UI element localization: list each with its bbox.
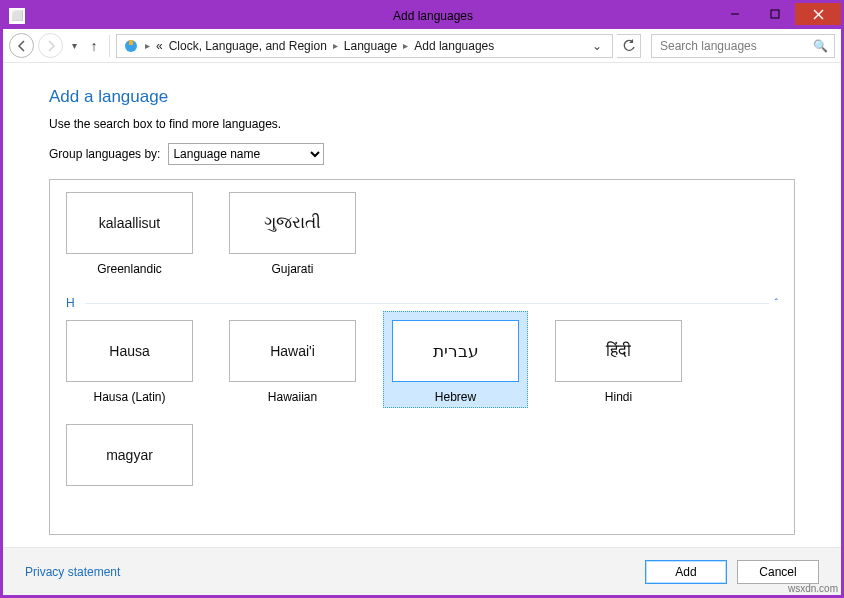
language-tile-hawaiian[interactable]: Hawai'i Hawaiian [229,320,356,404]
group-by-select[interactable]: Language name [168,143,324,165]
window-buttons [715,3,841,25]
language-tile-caption: Hindi [605,390,632,404]
language-row: Hausa Hausa (Latin) Hawai'i Hawaiian עבר… [66,320,778,404]
language-tile-gujarati[interactable]: ગુજરાતી Gujarati [229,192,356,276]
group-header-h[interactable]: H ˆ [66,296,778,310]
language-tile-hausa[interactable]: Hausa Hausa (Latin) [66,320,193,404]
svg-rect-1 [771,10,779,18]
maximize-button[interactable] [755,3,795,25]
language-list-scroll[interactable]: kalaallisut Greenlandic ગુજરાતી Gujarati… [50,180,794,534]
breadcrumb-item-language[interactable]: Language [344,39,397,53]
group-by-label: Group languages by: [49,147,160,161]
language-tile-caption: Hebrew [435,390,476,404]
collapse-icon[interactable]: ˆ [775,298,778,309]
watermark: wsxdn.com [788,583,838,594]
nav-bar: ▾ ↑ ▸ « Clock, Language, and Region ▸ La… [3,29,841,63]
language-tile-caption: Greenlandic [97,262,162,276]
language-tile-native: Hawai'i [229,320,356,382]
up-button[interactable]: ↑ [85,38,103,54]
breadcrumb-prefix: « [156,39,163,53]
search-box[interactable]: 🔍 [651,34,835,58]
breadcrumb-item-add[interactable]: Add languages [414,39,494,53]
chevron-right-icon: ▸ [403,40,408,51]
language-tile-caption: Gujarati [271,262,313,276]
language-tile-hindi[interactable]: हिंदी Hindi [555,320,682,404]
language-tile-caption: Hausa (Latin) [93,390,165,404]
client-area: ▾ ↑ ▸ « Clock, Language, and Region ▸ La… [3,29,841,595]
content-area: Add a language Use the search box to fin… [3,63,841,547]
chevron-right-icon: ▸ [145,40,150,51]
cancel-button[interactable]: Cancel [737,560,819,584]
forward-button[interactable] [38,33,63,58]
close-button[interactable] [795,3,841,25]
language-tile-native: हिंदी [555,320,682,382]
nav-separator [109,35,110,57]
language-row: magyar [66,424,778,494]
language-tile-hungarian[interactable]: magyar [66,424,193,494]
language-tile-greenlandic[interactable]: kalaallisut Greenlandic [66,192,193,276]
instruction-text: Use the search box to find more language… [49,117,795,131]
page-title: Add a language [49,87,795,107]
add-button[interactable]: Add [645,560,727,584]
group-divider [85,303,769,304]
language-tile-native: ગુજરાતી [229,192,356,254]
language-row: kalaallisut Greenlandic ગુજરાતી Gujarati [66,192,778,276]
svg-rect-5 [129,40,133,45]
control-panel-icon [123,38,139,54]
minimize-button[interactable] [715,3,755,25]
language-list: kalaallisut Greenlandic ગુજરાતી Gujarati… [49,179,795,535]
bottom-bar: Privacy statement Add Cancel [3,547,841,595]
search-icon[interactable]: 🔍 [813,39,828,53]
back-button[interactable] [9,33,34,58]
language-tile-hebrew[interactable]: עברית Hebrew [392,320,519,404]
language-tile-native: עברית [392,320,519,382]
refresh-button[interactable] [617,34,641,58]
breadcrumb-dropdown-icon[interactable]: ⌄ [588,39,606,53]
search-input[interactable] [658,38,813,54]
language-tile-caption: Hawaiian [268,390,317,404]
recent-locations-button[interactable]: ▾ [67,40,81,51]
title-bar: ⬜ Add languages [3,3,841,29]
language-tile-native: magyar [66,424,193,486]
group-by-row: Group languages by: Language name [49,143,795,165]
group-letter: H [66,296,75,310]
breadcrumb[interactable]: ▸ « Clock, Language, and Region ▸ Langua… [116,34,613,58]
app-icon: ⬜ [9,8,25,24]
chevron-right-icon: ▸ [333,40,338,51]
privacy-link[interactable]: Privacy statement [25,565,120,579]
language-tile-native: kalaallisut [66,192,193,254]
language-tile-native: Hausa [66,320,193,382]
breadcrumb-item-region[interactable]: Clock, Language, and Region [169,39,327,53]
